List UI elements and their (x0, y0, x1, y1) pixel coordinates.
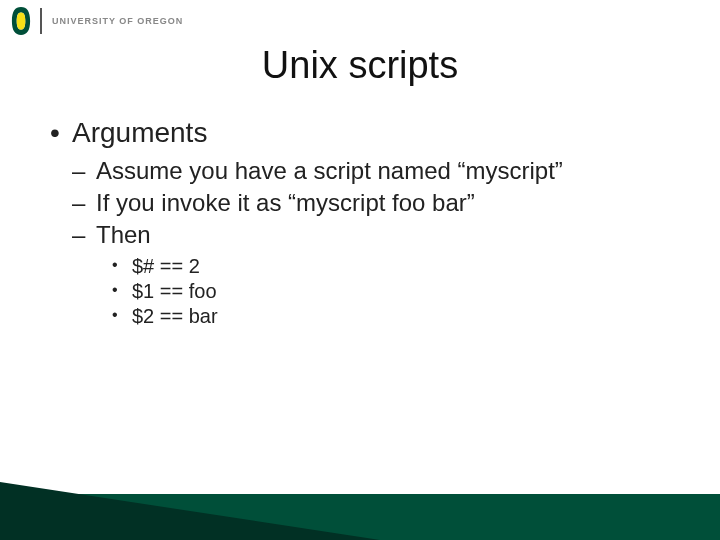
bullet-assume: Assume you have a script named “myscript… (72, 157, 690, 185)
bullet-invoke: If you invoke it as “myscript foo bar” (72, 189, 690, 217)
slide-body: Arguments Assume you have a script named… (0, 87, 720, 328)
university-name: UNIVERSITY OF OREGON (52, 16, 183, 26)
slide-title: Unix scripts (0, 44, 720, 87)
bullet-arguments: Arguments Assume you have a script named… (50, 117, 690, 328)
bullet-then: Then $# == 2 $1 == foo $2 == bar (72, 221, 690, 328)
footer-diagonal (0, 482, 380, 540)
slide-footer-graphic (0, 482, 720, 540)
slide-header: UNIVERSITY OF OREGON (0, 0, 720, 34)
bullet-dollar1: $1 == foo (112, 280, 690, 303)
oregon-o-logo-icon (10, 6, 32, 36)
header-divider (40, 8, 42, 34)
bullet-then-text: Then (96, 221, 151, 248)
bullet-arguments-text: Arguments (72, 117, 207, 148)
bullet-hash: $# == 2 (112, 255, 690, 278)
bullet-dollar2: $2 == bar (112, 305, 690, 328)
